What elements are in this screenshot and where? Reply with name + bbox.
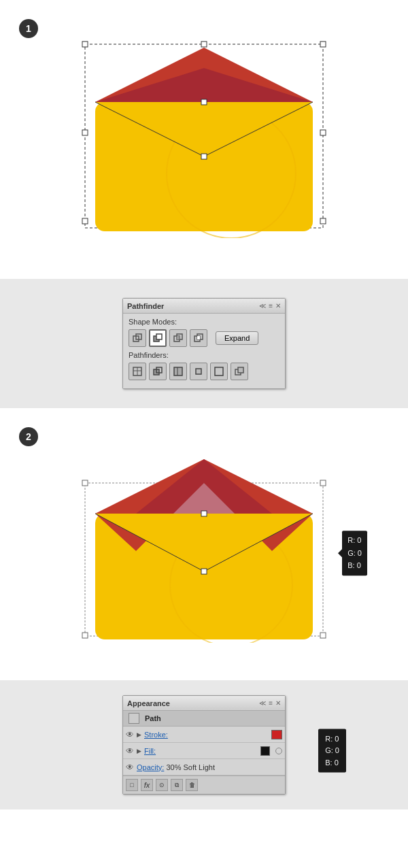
fill-row[interactable]: 👁 ▶ Fill: R: 0 G: 0 B: 0 (123, 743, 285, 759)
appearance-menu[interactable]: ≡ (269, 699, 273, 707)
svg-rect-16 (201, 154, 207, 159)
intersect-button[interactable] (169, 329, 187, 347)
appearance-controls[interactable]: ≪ ≡ ✕ (259, 699, 281, 707)
exclude-button[interactable] (190, 329, 207, 347)
minus-front-button[interactable] (149, 329, 167, 347)
minus-back-button[interactable] (231, 363, 248, 380)
svg-rect-2 (320, 41, 326, 47)
pathfinders-row (129, 363, 279, 380)
path-header-row: Path (123, 711, 285, 727)
svg-rect-52 (201, 511, 207, 516)
svg-rect-41 (320, 480, 326, 486)
section-2: 2 (0, 408, 408, 680)
svg-rect-1 (82, 41, 88, 47)
pathfinders-label: Pathfinders: (129, 351, 279, 359)
g-value: G: 0 (347, 547, 362, 560)
step-badge-1: 1 (19, 19, 38, 38)
section-1: 1 (0, 0, 408, 279)
divide-button[interactable] (129, 363, 146, 380)
tooltip-r: R: 0 (325, 733, 339, 745)
shape-modes-label: Shape Modes: (129, 318, 279, 326)
opacity-label: Opacity: 30% Soft Light (137, 763, 282, 771)
svg-rect-4 (320, 218, 326, 224)
pathfinder-title: Pathfinder (127, 302, 164, 310)
opacity-row[interactable]: 👁 Opacity: 30% Soft Light (123, 759, 285, 775)
path-color-box (129, 713, 139, 724)
opacity-visibility-icon[interactable]: 👁 (126, 763, 134, 772)
pathfinder-close[interactable]: ✕ (275, 302, 281, 310)
svg-rect-7 (82, 130, 88, 135)
delete-button[interactable]: 🗑 (186, 779, 198, 791)
pathfinder-titlebar: Pathfinder ≪ ≡ ✕ (123, 299, 285, 314)
copy-button[interactable]: ⧉ (171, 779, 183, 791)
appearance-footer: □ fx ⊙ ⧉ 🗑 (123, 775, 285, 794)
step-badge-2: 2 (19, 427, 38, 446)
rgb-tooltip: R: 0 G: 0 B: 0 (318, 729, 346, 773)
new-art-button[interactable]: □ (126, 779, 138, 791)
fill-label: Fill: (144, 747, 260, 755)
pathfinder-menu[interactable]: ≡ (269, 302, 273, 310)
fill-visibility-icon[interactable]: 👁 (126, 746, 134, 756)
tooltip-g: G: 0 (325, 745, 339, 757)
stroke-swatch[interactable] (271, 730, 282, 739)
appearance-close[interactable]: ✕ (275, 699, 281, 707)
appearance-title: Appearance (127, 699, 170, 707)
appearance-collapse[interactable]: ≪ (259, 699, 266, 707)
fill-link[interactable]: Fill: (144, 747, 156, 755)
svg-rect-42 (82, 633, 88, 638)
svg-rect-21 (156, 334, 162, 339)
pathfinder-panel-section: Pathfinder ≪ ≡ ✕ Shape Modes: (0, 279, 408, 408)
r-value: R: 0 (347, 534, 362, 547)
stroke-row[interactable]: 👁 ▶ Stroke: (123, 727, 285, 743)
svg-rect-40 (82, 480, 88, 486)
path-label: Path (145, 714, 161, 722)
pathfinder-body: Shape Modes: Expand (123, 314, 285, 388)
fill-expand-arrow[interactable]: ▶ (137, 748, 141, 754)
svg-rect-5 (201, 41, 207, 47)
svg-rect-38 (238, 367, 243, 373)
svg-rect-35 (196, 369, 201, 374)
envelope-illustration-1 (82, 41, 326, 238)
stroke-visibility-icon[interactable]: 👁 (126, 730, 134, 739)
svg-rect-51 (201, 569, 207, 574)
stroke-expand-arrow[interactable]: ▶ (137, 731, 141, 738)
fill-swatch[interactable] (260, 746, 270, 756)
svg-rect-43 (320, 633, 326, 638)
shape-modes-row: Expand (129, 329, 279, 347)
b-value: B: 0 (347, 560, 362, 573)
pathfinder-controls[interactable]: ≪ ≡ ✕ (259, 302, 281, 310)
fx-button[interactable]: fx (141, 779, 153, 791)
stroke-link[interactable]: Stroke: (144, 731, 168, 739)
tooltip-b: B: 0 (325, 756, 339, 769)
trim-button[interactable] (149, 363, 167, 380)
merge-button[interactable] (169, 363, 187, 380)
appearance-panel-section: Appearance ≪ ≡ ✕ Path 👁 ▶ Stroke: 👁 ▶ (0, 680, 408, 809)
pathfinder-window: Pathfinder ≪ ≡ ✕ Shape Modes: (122, 298, 286, 389)
svg-rect-3 (82, 218, 88, 224)
stroke-label: Stroke: (144, 731, 271, 739)
appearance-titlebar: Appearance ≪ ≡ ✕ (123, 696, 285, 711)
svg-rect-17 (201, 99, 207, 105)
unite-button[interactable] (129, 329, 146, 347)
envelope-illustration-2 (82, 446, 326, 643)
duplicate-button[interactable]: ⊙ (156, 779, 168, 791)
expand-button[interactable]: Expand (216, 331, 258, 345)
svg-rect-24 (177, 336, 180, 339)
crop-button[interactable] (190, 363, 207, 380)
rgb-callout-box: R: 0 G: 0 B: 0 (342, 531, 367, 575)
appearance-callout: R: 0 G: 0 B: 0 (338, 531, 367, 575)
svg-rect-36 (215, 367, 223, 375)
fill-circle-indicator (275, 748, 282, 754)
svg-rect-33 (174, 367, 182, 375)
pathfinder-collapse[interactable]: ≪ (259, 302, 266, 310)
outline-button[interactable] (210, 363, 228, 380)
svg-rect-8 (320, 130, 326, 135)
appearance-window: Appearance ≪ ≡ ✕ Path 👁 ▶ Stroke: 👁 ▶ (122, 695, 286, 795)
opacity-link[interactable]: Opacity: (137, 763, 164, 771)
svg-rect-27 (197, 336, 200, 339)
